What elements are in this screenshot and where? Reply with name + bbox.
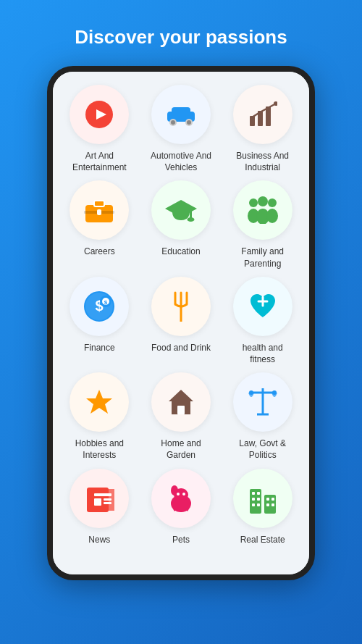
category-item-business-industrial[interactable]: Business And Industrial <box>224 85 300 173</box>
svg-point-18 <box>187 217 194 222</box>
phone-inner: Art And EntertainmentAutomotive And Vehi… <box>53 72 309 574</box>
category-item-education[interactable]: Education <box>143 180 219 269</box>
category-icon-real-estate <box>233 469 292 528</box>
svg-rect-15 <box>97 209 101 215</box>
category-label-family-parenting: Family and Parenting <box>230 246 295 269</box>
svg-rect-17 <box>190 209 192 219</box>
category-item-hobbies-interests[interactable]: Hobbies and Interests <box>62 372 138 461</box>
svg-rect-65 <box>257 498 260 501</box>
svg-line-58 <box>174 508 175 511</box>
category-item-family-parenting[interactable]: Family and Parenting <box>224 180 300 269</box>
category-icon-careers <box>70 180 129 240</box>
category-item-food-drink[interactable]: Food and Drink <box>143 277 219 365</box>
svg-rect-50 <box>104 502 111 504</box>
svg-rect-49 <box>104 498 111 501</box>
category-grid: Art And EntertainmentAutomotive And Vehi… <box>62 85 300 545</box>
category-icon-family-parenting <box>233 180 292 240</box>
category-item-health-fitness[interactable]: health and fitness <box>224 277 300 365</box>
svg-point-5 <box>171 120 175 125</box>
category-icon-home-garden <box>151 372 211 432</box>
category-icon-law-govt-politics <box>233 372 292 432</box>
category-icon-business-industrial <box>233 85 292 144</box>
svg-rect-66 <box>252 503 255 506</box>
category-icon-health-fitness <box>233 277 292 336</box>
svg-rect-63 <box>257 492 260 495</box>
category-label-business-industrial: Business And Industrial <box>230 150 295 173</box>
category-icon-art-entertainment <box>70 85 129 144</box>
category-item-news[interactable]: News <box>62 469 138 545</box>
svg-text:$: $ <box>104 299 108 306</box>
category-item-pets[interactable]: Pets <box>143 469 219 545</box>
category-item-careers[interactable]: Careers <box>62 180 138 269</box>
category-label-education: Education <box>161 246 200 257</box>
svg-rect-68 <box>266 498 269 501</box>
category-item-finance[interactable]: $$Finance <box>62 277 138 365</box>
category-icon-finance: $$ <box>70 277 129 336</box>
category-item-law-govt-politics[interactable]: Law, Govt & Politics <box>224 372 300 461</box>
category-item-real-estate[interactable]: Real Estate <box>224 469 300 545</box>
category-label-news: News <box>88 534 110 545</box>
svg-rect-67 <box>257 503 260 506</box>
svg-point-7 <box>187 120 191 125</box>
svg-rect-39 <box>177 406 185 414</box>
svg-rect-47 <box>94 493 111 496</box>
category-label-real-estate: Real Estate <box>240 534 285 545</box>
svg-rect-71 <box>272 503 274 506</box>
category-label-careers: Careers <box>84 246 115 257</box>
category-label-finance: Finance <box>84 342 115 354</box>
category-label-food-drink: Food and Drink <box>151 342 211 354</box>
category-icon-news <box>70 469 129 528</box>
svg-rect-62 <box>252 492 255 495</box>
category-icon-automotive-vehicles <box>151 85 211 144</box>
svg-rect-13 <box>94 201 104 206</box>
category-icon-education <box>151 180 211 240</box>
svg-point-19 <box>249 198 258 207</box>
category-icon-food-drink <box>151 277 211 336</box>
category-label-law-govt-politics: Law, Govt & Politics <box>230 438 295 461</box>
category-label-pets: Pets <box>172 534 190 545</box>
svg-point-55 <box>182 493 185 495</box>
phone-frame: Art And EntertainmentAutomotive And Vehi… <box>47 66 315 580</box>
svg-point-56 <box>178 495 184 500</box>
category-item-home-garden[interactable]: Home and Garden <box>143 372 219 461</box>
category-label-home-garden: Home and Garden <box>148 438 214 461</box>
category-icon-pets <box>151 469 211 528</box>
page-title: Discover your passions <box>75 26 287 49</box>
category-item-automotive-vehicles[interactable]: Automotive And Vehicles <box>143 85 219 173</box>
svg-line-59 <box>187 508 188 511</box>
svg-rect-64 <box>252 498 255 501</box>
category-item-art-entertainment[interactable]: Art And Entertainment <box>62 85 138 173</box>
svg-rect-70 <box>266 503 269 506</box>
svg-rect-3 <box>172 107 190 116</box>
svg-point-21 <box>268 198 277 207</box>
svg-point-24 <box>266 209 278 223</box>
category-label-automotive-vehicles: Automotive And Vehicles <box>148 150 214 173</box>
svg-marker-37 <box>86 390 112 414</box>
category-label-art-entertainment: Art And Entertainment <box>67 150 132 173</box>
category-icon-hobbies-interests <box>70 372 129 432</box>
svg-point-54 <box>177 493 180 495</box>
svg-rect-69 <box>272 498 274 501</box>
svg-rect-48 <box>94 498 101 506</box>
category-label-health-fitness: health and fitness <box>230 342 295 365</box>
svg-point-20 <box>258 196 268 206</box>
category-label-hobbies-interests: Hobbies and Interests <box>67 438 132 461</box>
